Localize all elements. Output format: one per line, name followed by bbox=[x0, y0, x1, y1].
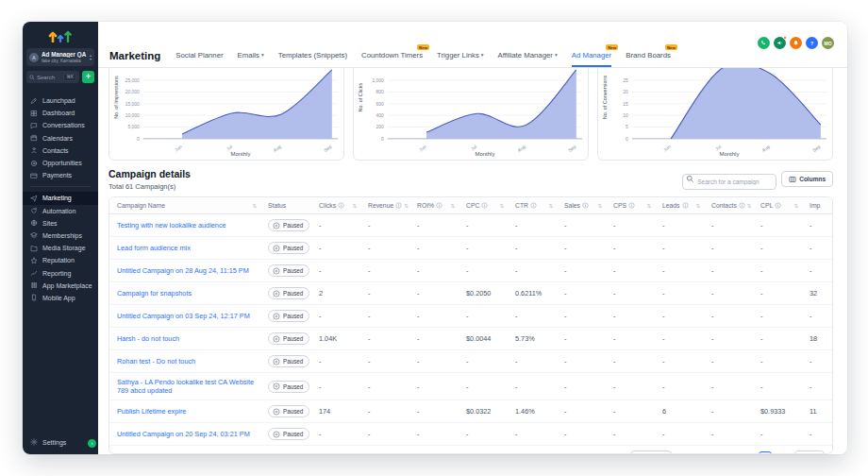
metric-cell: - bbox=[802, 214, 832, 237]
sort-icon[interactable]: ⇅ bbox=[695, 203, 700, 209]
sidebar-item-automation[interactable]: Automation bbox=[23, 205, 98, 217]
sidebar-item-calendars[interactable]: Calendars bbox=[23, 132, 98, 144]
campaign-link[interactable]: Lead form audience mix bbox=[117, 244, 191, 252]
sidebar-item-conversations[interactable]: Conversations bbox=[23, 119, 98, 131]
campaign-link[interactable]: Untitled Campaign on 20 Sep 24, 03:21 PM bbox=[117, 430, 250, 438]
svg-text:Aug: Aug bbox=[761, 144, 771, 154]
account-switcher[interactable]: A Ad Manager QA fake city, Karnataka ▴▾ bbox=[26, 48, 94, 66]
info-icon[interactable] bbox=[628, 202, 635, 209]
page-2-button[interactable]: 2 bbox=[694, 451, 708, 455]
svg-text:Sep: Sep bbox=[323, 144, 332, 154]
info-icon[interactable] bbox=[682, 202, 689, 209]
sort-icon[interactable]: ⇅ bbox=[450, 203, 455, 209]
campaign-link[interactable]: Testing with new lookalike audience bbox=[117, 221, 226, 230]
campaign-link[interactable]: Rohan test - Do not touch bbox=[117, 357, 195, 366]
campaign-search-input[interactable] bbox=[682, 174, 776, 190]
sort-icon[interactable]: ⇅ bbox=[548, 203, 553, 209]
tab-countdown-timers[interactable]: Countdown TimersNew bbox=[361, 44, 423, 67]
sidebar-item-memberships[interactable]: Memberships bbox=[23, 230, 98, 242]
metric-cell: - bbox=[802, 237, 832, 260]
column-label: CPS bbox=[613, 202, 626, 209]
page-5-button[interactable]: 5 bbox=[743, 451, 756, 455]
info-icon[interactable] bbox=[530, 202, 537, 209]
sidebar-item-reputation[interactable]: Reputation bbox=[23, 254, 98, 266]
page-4-button[interactable]: 4 bbox=[726, 451, 740, 455]
sidebar-item-settings[interactable]: Settings bbox=[23, 436, 98, 449]
columns-button[interactable]: Columns bbox=[781, 171, 833, 187]
sidebar-item-media-storage[interactable]: Media Storage bbox=[23, 242, 98, 254]
sidebar-item-dashboard[interactable]: Dashboard bbox=[23, 107, 98, 119]
table-row: Lead form audience mixPaused----------- bbox=[109, 237, 832, 260]
tab-emails[interactable]: Emails▾ bbox=[238, 44, 264, 67]
sort-icon[interactable]: ⇅ bbox=[597, 203, 602, 209]
wallet-icon bbox=[30, 172, 38, 179]
campaign-link[interactable]: Sathya - LA Pendo lookalike test CA Webs… bbox=[117, 378, 254, 395]
info-icon[interactable] bbox=[739, 202, 745, 209]
metric-cell: - bbox=[311, 305, 360, 328]
svg-text:0: 0 bbox=[626, 137, 628, 142]
sidebar-item-marketing[interactable]: Marketing bbox=[23, 192, 98, 204]
metric-cell: $0.0044 bbox=[459, 328, 508, 350]
new-badge: New bbox=[417, 44, 429, 50]
tab-templates-snippets-[interactable]: Templates (Snippets) bbox=[278, 44, 347, 67]
sidebar-item-mobile-app[interactable]: Mobile App bbox=[23, 292, 98, 304]
metric-cell: - bbox=[409, 373, 459, 400]
area-chart: 05,00010,00015,00020,00025,000JunJulAugS… bbox=[109, 68, 343, 158]
previous-page-button[interactable]: Previous bbox=[630, 450, 672, 454]
sort-icon[interactable]: ⇅ bbox=[747, 203, 752, 209]
sidebar-search-input[interactable]: Search ⌘K bbox=[26, 71, 79, 83]
metric-cell: - bbox=[655, 282, 704, 305]
sort-icon[interactable]: ⇅ bbox=[499, 203, 504, 209]
sort-icon[interactable]: ⇅ bbox=[646, 203, 651, 209]
metric-cell: - bbox=[753, 373, 802, 400]
tab-affiliate-manager[interactable]: Affiliate Manager▾ bbox=[498, 44, 558, 67]
sidebar-item-sites[interactable]: Sites bbox=[23, 217, 98, 230]
page-1-button[interactable]: 1 bbox=[678, 451, 692, 455]
metric-cell: $0.2050 bbox=[459, 282, 508, 305]
campaign-link[interactable]: Harsh - do not touch bbox=[117, 334, 179, 343]
sort-icon[interactable]: ⇅ bbox=[352, 203, 357, 209]
page-7-button[interactable]: 7 bbox=[775, 451, 788, 455]
metric-cell: 0.6211% bbox=[508, 282, 557, 305]
sort-icon[interactable]: ⇅ bbox=[252, 203, 257, 209]
next-page-button[interactable]: Next bbox=[794, 450, 825, 454]
metric-cell: 6 bbox=[655, 400, 704, 423]
sidebar-item-payments[interactable]: Payments bbox=[23, 169, 98, 181]
sidebar-item-opportunities[interactable]: Opportunities bbox=[23, 157, 98, 169]
campaign-link[interactable]: Campaign for snapshots bbox=[117, 289, 192, 298]
info-icon[interactable] bbox=[775, 202, 781, 209]
pagination: Previous 1234567 Next bbox=[109, 445, 832, 454]
sort-icon[interactable]: ⇅ bbox=[404, 203, 409, 209]
tab-social-planner[interactable]: Social Planner bbox=[175, 44, 223, 67]
sidebar-collapse-toggle[interactable]: ‹ bbox=[88, 439, 96, 448]
page-6-button[interactable]: 6 bbox=[759, 451, 772, 455]
campaign-link[interactable]: Untitled Campaign on 03 Sep 24, 12:17 PM bbox=[117, 312, 250, 320]
svg-text:600: 600 bbox=[376, 102, 385, 107]
info-icon[interactable] bbox=[338, 202, 344, 209]
table-row: Publish Lifetime expirePaused174--$0.032… bbox=[109, 400, 832, 423]
metric-cell: - bbox=[753, 214, 802, 237]
tab-trigger-links[interactable]: Trigger Links▾ bbox=[437, 44, 484, 67]
sidebar-item-reporting[interactable]: Reporting bbox=[23, 266, 98, 279]
sidebar-item-app-marketplace[interactable]: App Marketplace bbox=[23, 280, 98, 292]
info-icon[interactable] bbox=[481, 202, 488, 209]
info-icon[interactable] bbox=[436, 202, 442, 209]
tab-brand-boards[interactable]: Brand BoardsNew bbox=[626, 44, 671, 67]
quick-add-button[interactable]: + bbox=[82, 71, 94, 83]
sidebar-item-launchpad[interactable]: Launchpad bbox=[23, 94, 98, 107]
metric-cell: - bbox=[360, 305, 409, 328]
tab-ad-manager[interactable]: Ad ManagerNew bbox=[572, 44, 611, 67]
sidebar-item-contacts[interactable]: Contacts bbox=[23, 144, 98, 157]
account-name: Ad Manager QA bbox=[42, 51, 87, 58]
campaign-link[interactable]: Publish Lifetime expire bbox=[117, 407, 186, 416]
metric-cell: - bbox=[655, 305, 704, 328]
sort-icon[interactable]: ⇅ bbox=[793, 203, 798, 209]
info-icon[interactable] bbox=[582, 202, 589, 209]
page-title: Marketing bbox=[109, 50, 160, 61]
column-label: CPL bbox=[760, 202, 773, 209]
column-header-clicks: Clicks⇅ bbox=[311, 197, 360, 214]
campaign-link[interactable]: Untitled Campaign on 28 Aug 24, 11:15 PM bbox=[117, 266, 249, 275]
metric-cell: - bbox=[557, 400, 606, 423]
info-icon[interactable] bbox=[395, 202, 402, 209]
page-3-button[interactable]: 3 bbox=[710, 451, 724, 455]
